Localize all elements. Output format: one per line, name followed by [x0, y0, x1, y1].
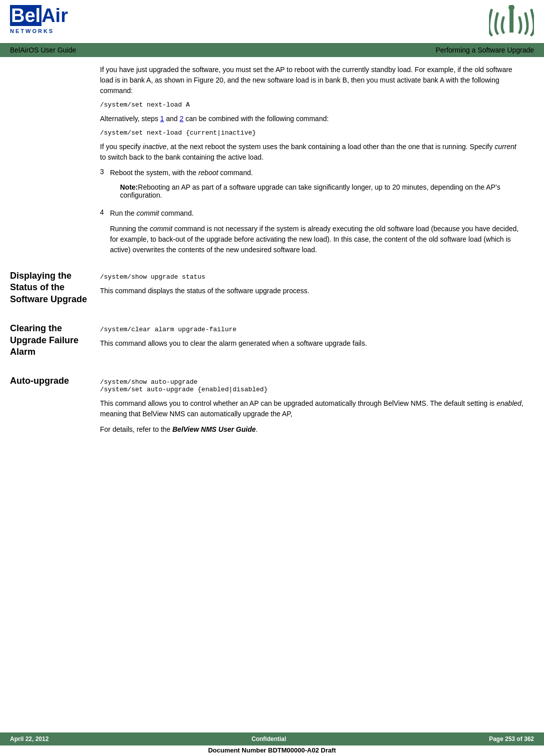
intro-code1: /system/set next-load A — [100, 101, 524, 109]
intro-para2: Alternatively, steps 1 and 2 can be comb… — [100, 114, 524, 124]
clearing-alarm-heading: Clearing the Upgrade Failure Alarm — [10, 323, 92, 358]
page-content: If you have just upgraded the software, … — [0, 57, 544, 492]
auto-upgrade-body: /system/show auto-upgrade /system/set au… — [100, 375, 544, 440]
logo-text: BelAir NETWORKS — [10, 5, 68, 34]
clearing-alarm-code: /system/clear alarm upgrade-failure — [100, 326, 524, 333]
clearing-alarm-desc: This command allows you to clear the ala… — [100, 338, 524, 349]
footer-page: Page 253 of 362 — [489, 735, 534, 742]
clearing-alarm-section: Clearing the Upgrade Failure Alarm /syst… — [0, 323, 544, 363]
logo-networks: NETWORKS — [10, 28, 68, 34]
svg-point-1 — [508, 5, 514, 11]
nav-right: Performing a Software Upgrade — [436, 46, 534, 54]
footer-confidential: Confidential — [252, 735, 286, 742]
auto-upgrade-para2: For details, refer to the BelView NMS Us… — [100, 424, 524, 435]
link-step2[interactable]: 2 — [180, 115, 184, 123]
auto-upgrade-para1: This command allows you to control wheth… — [100, 398, 524, 419]
logo-air-part: Air — [42, 5, 68, 26]
intro-code2: /system/set next-load {current|inactive} — [100, 129, 524, 137]
svg-rect-0 — [510, 8, 514, 33]
item4-detail: Running the commit command is not necess… — [110, 224, 524, 255]
clearing-alarm-body: /system/clear alarm upgrade-failure This… — [100, 323, 544, 363]
list-item-4: 4 Run the commit command. Running the co… — [100, 208, 524, 260]
logo-bel-part: Bel — [10, 5, 42, 26]
auto-upgrade-code-line2: /system/set auto-upgrade {enabled|disabl… — [100, 386, 524, 393]
display-status-section: Displaying the Status of the Software Up… — [0, 270, 544, 310]
auto-upgrade-code: /system/show auto-upgrade /system/set au… — [100, 378, 524, 393]
auto-upgrade-label: Auto-upgrade — [0, 375, 100, 440]
link-step1[interactable]: 1 — [160, 115, 164, 123]
auto-upgrade-section: Auto-upgrade /system/show auto-upgrade /… — [0, 375, 544, 440]
footer-doc: Document Number BDTM00000-A02 Draft — [0, 745, 544, 756]
logo-container: BelAir NETWORKS — [10, 5, 68, 34]
nav-left: BelAirOS User Guide — [10, 46, 76, 54]
intro-section: If you have just upgraded the software, … — [0, 65, 544, 260]
page-header: BelAir NETWORKS — [0, 0, 544, 39]
intro-para1: If you have just upgraded the software, … — [100, 65, 524, 96]
intro-para3: If you specify inactive, at the next reb… — [100, 142, 524, 163]
footer-wrapper: April 22, 2012 Confidential Page 253 of … — [0, 732, 544, 756]
item4-number: 4 — [100, 208, 110, 260]
display-status-desc: This command displays the status of the … — [100, 286, 524, 296]
header-logo-icon — [489, 5, 534, 39]
display-status-code: /system/show upgrade status — [100, 273, 524, 281]
nav-bar: BelAirOS User Guide Performing a Softwar… — [0, 43, 544, 57]
display-status-heading: Displaying the Status of the Software Up… — [10, 270, 92, 305]
item3-content: Reboot the system, with the reboot comma… — [110, 168, 524, 204]
note-block: Note:Rebooting an AP as part of a softwa… — [120, 183, 524, 199]
item4-content: Run the commit command. Running the comm… — [110, 208, 524, 260]
clearing-alarm-label: Clearing the Upgrade Failure Alarm — [0, 323, 100, 363]
display-status-label: Displaying the Status of the Software Up… — [0, 270, 100, 310]
footer-bar: April 22, 2012 Confidential Page 253 of … — [0, 732, 544, 745]
belair-logo: BelAir — [10, 5, 68, 27]
footer-date: April 22, 2012 — [10, 735, 48, 742]
auto-upgrade-heading: Auto-upgrade — [10, 375, 92, 387]
auto-upgrade-code-line1: /system/show auto-upgrade — [100, 378, 524, 386]
list-item-3: 3 Reboot the system, with the reboot com… — [100, 168, 524, 204]
display-status-body: /system/show upgrade status This command… — [100, 270, 544, 310]
item3-number: 3 — [100, 168, 110, 204]
